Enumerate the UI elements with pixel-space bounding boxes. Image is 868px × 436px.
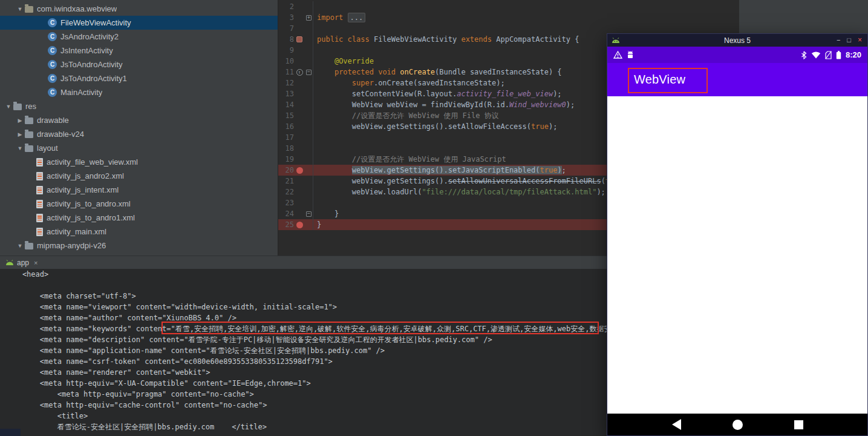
gutter-marker-column <box>294 154 305 165</box>
line-number: 21 <box>278 176 294 187</box>
fold-column <box>305 197 313 208</box>
tree-item-activity-js-andro2-xml[interactable]: activity_js_andro2.xml <box>0 169 278 183</box>
code-segment <box>317 111 352 120</box>
close-button[interactable]: × <box>858 34 862 47</box>
status-bar-time: 8:20 <box>846 50 861 59</box>
override-method-icon[interactable]: ↑ <box>296 69 303 76</box>
xml-icon <box>36 172 43 180</box>
class-icon: C <box>48 18 57 27</box>
code-segment <box>317 68 334 76</box>
close-icon[interactable]: × <box>34 259 38 266</box>
maximize-button[interactable]: □ <box>847 34 851 47</box>
project-tree: ▼com.iwindxaa.webviewCFileWebViewActivit… <box>0 0 278 256</box>
tree-item-label: activity_file_web_view.xml <box>47 157 138 167</box>
class-marker-icon[interactable] <box>296 36 302 42</box>
chevron-down-icon[interactable]: ▼ <box>4 104 13 110</box>
fold-column <box>305 78 313 88</box>
line-number: 13 <box>278 88 294 99</box>
fold-minus-icon[interactable]: − <box>306 211 312 217</box>
webview-content[interactable] <box>607 96 867 414</box>
code-segment: ); <box>549 122 557 131</box>
recents-button[interactable] <box>794 420 803 429</box>
code-segment: webView.getSettings().setJavaScriptEnabl… <box>352 166 540 174</box>
tree-item-drawable-v24[interactable]: ▶drawable-v24 <box>0 127 278 141</box>
code-text: //设置是否允许 WebView 使用 File 协议 <box>313 110 499 121</box>
minimize-button[interactable]: − <box>837 34 840 47</box>
code-text <box>313 197 317 208</box>
tree-item-activity-file-web-view-xml[interactable]: activity_file_web_view.xml <box>0 155 278 169</box>
tree-item-res[interactable]: ▼res <box>0 99 278 113</box>
code-segment <box>317 166 352 174</box>
chevron-right-icon[interactable]: ▶ <box>15 131 25 137</box>
emulator-nav-bar <box>607 414 867 435</box>
emulator-window-title: Nexus 5 <box>607 36 867 45</box>
fold-column <box>305 132 313 143</box>
tree-item-mipmap-anydpi-v26[interactable]: ▼mipmap-anydpi-v26 <box>0 239 278 253</box>
code-text: webView.getSettings().setAllowUniversalA… <box>313 176 631 187</box>
tree-item-activity-js-to-andro-xml[interactable]: activity_js_to_andro.xml <box>0 197 278 211</box>
tree-item-activity-js-to-andro1-xml[interactable]: activity_js_to_andro1.xml <box>0 211 278 225</box>
line-number: 22 <box>278 187 294 197</box>
fold-column: + <box>305 12 313 23</box>
folder-icon <box>13 104 22 110</box>
code-text: webView.getSettings().setJavaScriptEnabl… <box>313 165 566 176</box>
code-segment: super <box>352 79 374 87</box>
tree-item-filewebviewactivity[interactable]: CFileWebViewActivity <box>0 16 278 30</box>
editor-line-2[interactable]: 2 <box>278 1 739 12</box>
folder-icon <box>25 117 33 124</box>
bottom-left-fragment <box>0 429 21 436</box>
line-number: 15 <box>278 110 294 121</box>
emulator-title-bar[interactable]: Nexus 5 − □ × <box>607 34 867 47</box>
code-text <box>313 45 317 56</box>
code-segment: @Override <box>334 57 374 65</box>
code-text: public class FileWebViewActivity extends… <box>313 34 579 45</box>
code-segment <box>317 155 352 164</box>
fold-plus-icon[interactable]: + <box>306 15 312 21</box>
tree-item-layout[interactable]: ▼layout <box>0 141 278 155</box>
tree-item-mainactivity[interactable]: CMainActivity <box>0 85 278 99</box>
warning-icon <box>613 51 622 59</box>
chevron-down-icon[interactable]: ▼ <box>15 6 25 12</box>
emulator-window: Nexus 5 − □ × <box>607 33 868 436</box>
home-button[interactable] <box>733 420 743 430</box>
fold-column <box>305 23 313 34</box>
tree-item-label: activity_js_to_andro1.xml <box>47 213 135 222</box>
tree-item-drawable[interactable]: ▶drawable <box>0 113 278 127</box>
fold-column <box>305 219 313 230</box>
gutter-marker-column <box>294 56 305 67</box>
back-button[interactable] <box>672 419 681 430</box>
code-segment <box>317 79 352 87</box>
code-segment: extends <box>461 35 496 44</box>
tree-item-activity-js-intent-xml[interactable]: activity_js_intent.xml <box>0 183 278 197</box>
class-icon: C <box>48 46 57 55</box>
tree-item-jsandroactivity2[interactable]: CJsAndroActivity2 <box>0 30 278 44</box>
code-segment: protected void <box>334 68 400 76</box>
editor-line-3[interactable]: 3+import ... <box>278 12 739 23</box>
tree-item-jstoandroactivity1[interactable]: CJsToAndroActivity1 <box>0 71 278 85</box>
tree-item-label: layout <box>37 144 58 153</box>
breakpoint-icon[interactable] <box>296 167 303 174</box>
gutter-marker-column <box>294 187 305 197</box>
line-number: 19 <box>278 154 294 165</box>
fold-minus-icon[interactable]: − <box>306 70 312 75</box>
code-segment: import <box>317 13 348 22</box>
tree-item-jstoandroactivity[interactable]: CJsToAndroActivity <box>0 58 278 71</box>
gutter-marker-column: ↑ <box>294 67 305 78</box>
fold-column <box>305 110 313 121</box>
class-icon: C <box>48 74 57 83</box>
chevron-right-icon[interactable]: ▶ <box>15 117 25 124</box>
tree-item-jsintentactivity[interactable]: CJsIntentActivity <box>0 44 278 58</box>
breakpoint-icon[interactable] <box>296 222 303 228</box>
chevron-down-icon[interactable]: ▼ <box>15 243 25 249</box>
code-segment: webView.getSettings(). <box>317 177 448 185</box>
chevron-down-icon[interactable]: ▼ <box>15 145 25 151</box>
code-text: setContentView(R.layout.activity_file_we… <box>313 88 562 99</box>
code-segment: true <box>540 166 557 174</box>
tree-item-activity-main-xml[interactable]: activity_main.xml <box>0 225 278 239</box>
console-tab-app[interactable]: app × <box>0 256 43 269</box>
gutter-marker-column <box>294 78 305 88</box>
code-text: webView.loadUrl("file:///data/local/tmp/… <box>313 187 605 197</box>
editor-line-7[interactable]: 7 <box>278 23 739 34</box>
android-icon <box>5 260 14 266</box>
tree-item-com-iwindxaa-webview[interactable]: ▼com.iwindxaa.webview <box>0 2 278 16</box>
